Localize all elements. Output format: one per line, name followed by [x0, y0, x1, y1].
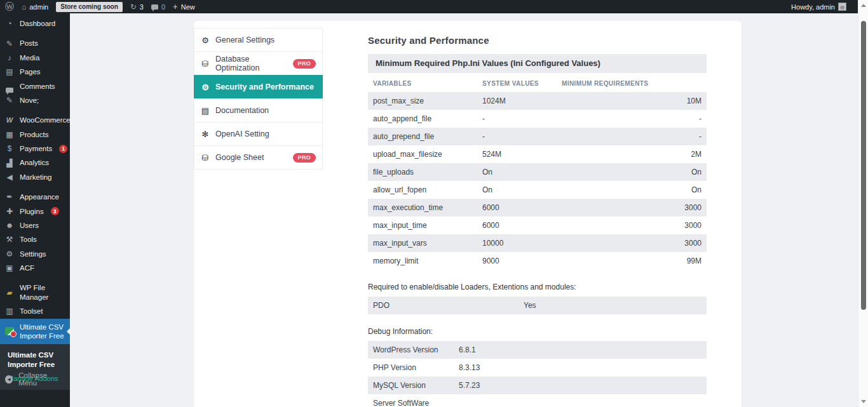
variable-cell: auto_prepend_file — [373, 132, 482, 141]
variable-cell: max_input_time — [373, 221, 482, 230]
collapse-arrow-icon: ◂ — [5, 375, 13, 384]
browser-scrollbar[interactable] — [858, 0, 868, 407]
sidebar-item-label: WP File Manager — [20, 283, 65, 302]
pro-badge: PRO — [293, 153, 316, 163]
minimum-requirement-cell: 99M — [562, 257, 702, 265]
system-value-cell: On — [482, 185, 562, 194]
menu-icon: ▣ — [5, 264, 14, 272]
menu-icon: ▟ — [5, 159, 14, 167]
sidebar-item[interactable]: Ultimate CSV Importer Free — [0, 319, 70, 345]
system-value-cell: On — [482, 168, 562, 177]
sidebar-item[interactable]: ✎ Nove; — [0, 93, 70, 107]
settings-nav-item[interactable]: ⛁ Google Sheet PRO — [194, 145, 323, 170]
table-row: allow_url_fopen On On — [368, 181, 707, 199]
menu-icon: W — [5, 117, 14, 124]
sidebar-item-label: Toolset — [20, 307, 43, 316]
sidebar-item-label: Ultimate CSV Importer Free — [20, 323, 65, 341]
sidebar-item-label: Plugins — [20, 207, 44, 216]
sidebar-item[interactable]: ✚ Plugins 3 — [0, 204, 70, 218]
table-row: MySQL Version 5.7.23 — [368, 377, 707, 394]
store-coming-soon-badge[interactable]: Store coming soon — [56, 2, 123, 12]
wordpress-logo-menu[interactable]: Ⓦ — [5, 1, 14, 13]
settings-nav-item[interactable]: ⛁ Database Optimization PRO — [194, 51, 323, 76]
minimum-requirement-cell: 2M — [562, 150, 702, 159]
menu-icon: ▤ — [5, 68, 14, 76]
table-row: memory_limit 9000 99M — [368, 252, 707, 270]
updates-count: 3 — [140, 3, 144, 11]
settings-nav-item[interactable]: ✻ OpenAI Setting — [194, 122, 323, 146]
debug-value-cell: 5.7.23 — [459, 381, 702, 390]
wordpress-logo-icon: Ⓦ — [5, 1, 14, 13]
menu-icon: ◀ — [5, 173, 14, 181]
menu-icon: ✎ — [5, 40, 14, 48]
collapse-label: Collapse Menu — [18, 371, 65, 387]
nav-item-icon: ⛁ — [201, 60, 210, 68]
sidebar-item[interactable]: Comments — [0, 79, 70, 93]
sidebar-item[interactable]: ✎ Posts — [0, 36, 70, 50]
count-badge: 3 — [51, 207, 59, 215]
nav-item-icon: ✻ — [201, 130, 210, 138]
sidebar-item[interactable]: ▤ Pages — [0, 65, 70, 79]
loaders-table: PDO Yes — [368, 297, 707, 314]
security-performance-panel: Security and Performance Minimum Require… — [368, 35, 707, 407]
updates-link[interactable]: ↻ 3 — [130, 3, 144, 11]
sidebar-item[interactable]: ☻ Users — [0, 218, 70, 232]
submenu-item-ultimate-csv-importer[interactable]: Ultimate CSV Importer Free — [8, 350, 64, 370]
minimum-requirement-cell: On — [562, 168, 702, 177]
scrollbar-thumb[interactable] — [861, 21, 866, 310]
table-row: Server SoftWare — [368, 394, 707, 407]
sidebar-item[interactable]: ▥ Toolset — [0, 304, 70, 318]
nav-item-label: General Settings — [215, 36, 275, 44]
system-value-cell: - — [482, 132, 562, 141]
minimum-requirement-cell: - — [562, 114, 702, 123]
sidebar-item-label: Products — [20, 130, 48, 139]
sidebar-item[interactable]: ◔ Dashboard — [0, 17, 70, 30]
table-row: max_execution_time 6000 3000 — [368, 199, 707, 217]
loader-value-cell: Yes — [524, 301, 702, 310]
sidebar-item-label: Dashboard — [20, 19, 55, 28]
system-value-cell: 524M — [482, 150, 562, 159]
system-value-cell: - — [482, 114, 562, 123]
comments-link[interactable]: 0 — [151, 3, 165, 11]
settings-nav: ⚙ General Settings ⛁ Database Optimizati… — [194, 29, 323, 170]
menu-icon: $ — [5, 145, 14, 152]
new-content-link[interactable]: + New — [173, 3, 195, 11]
variable-cell: post_max_size — [373, 97, 482, 105]
debug-name-cell: PHP Version — [373, 363, 459, 372]
menu-icon: ♪ — [5, 54, 14, 62]
sidebar-item[interactable]: ⚒ Tools — [0, 232, 70, 246]
sidebar-item[interactable]: ♪ Media — [0, 51, 70, 65]
site-name-link[interactable]: ⌂ admin — [22, 3, 48, 11]
table-row: file_uploads On On — [368, 163, 707, 181]
scrollbar-up-arrow-icon[interactable] — [861, 4, 866, 7]
sidebar-item[interactable]: ▣ ACF — [0, 261, 70, 275]
collapse-menu-button[interactable]: ◂ Collapse Menu — [0, 369, 70, 389]
sidebar-item[interactable]: ▰ WP File Manager — [0, 281, 70, 304]
nav-item-label: Documentation — [215, 106, 269, 115]
table-row: auto_append_file - - — [368, 110, 707, 128]
system-value-cell: 9000 — [482, 257, 562, 265]
menu-icon: ✎ — [5, 97, 14, 104]
settings-nav-item[interactable]: ▤ Documentation — [194, 98, 323, 123]
howdy-account-link[interactable]: Howdy, admin ☻ — [791, 3, 846, 11]
user-avatar: ☻ — [838, 3, 846, 11]
sidebar-item[interactable]: $ Payments 1 — [0, 142, 70, 156]
variable-cell: allow_url_fopen — [373, 185, 482, 194]
sidebar-item-label: Posts — [20, 39, 38, 48]
comments-count: 0 — [161, 3, 165, 11]
sidebar-item[interactable]: ▦ Products — [0, 128, 70, 142]
sidebar-item[interactable]: ▟ Analytics — [0, 156, 70, 170]
settings-nav-item[interactable]: ⚙ Security and Performance — [194, 75, 323, 99]
sidebar-item[interactable]: ◀ Marketing — [0, 170, 70, 184]
settings-nav-item[interactable]: ⚙ General Settings — [194, 28, 323, 52]
minimum-requirement-cell: 3000 — [562, 203, 702, 212]
sidebar-item[interactable]: ⚙ Settings — [0, 247, 70, 261]
system-value-cell: 10000 — [482, 239, 562, 248]
scrollbar-down-arrow-icon[interactable] — [861, 400, 866, 403]
sidebar-item[interactable]: ✒ Appearance — [0, 190, 70, 204]
variable-cell: max_execution_time — [373, 203, 482, 212]
nav-item-label: Security and Performance — [215, 83, 314, 91]
menu-icon: ⚒ — [5, 236, 14, 243]
minimum-requirement-cell: On — [562, 185, 702, 194]
sidebar-item[interactable]: W WooCommerce — [0, 113, 70, 127]
